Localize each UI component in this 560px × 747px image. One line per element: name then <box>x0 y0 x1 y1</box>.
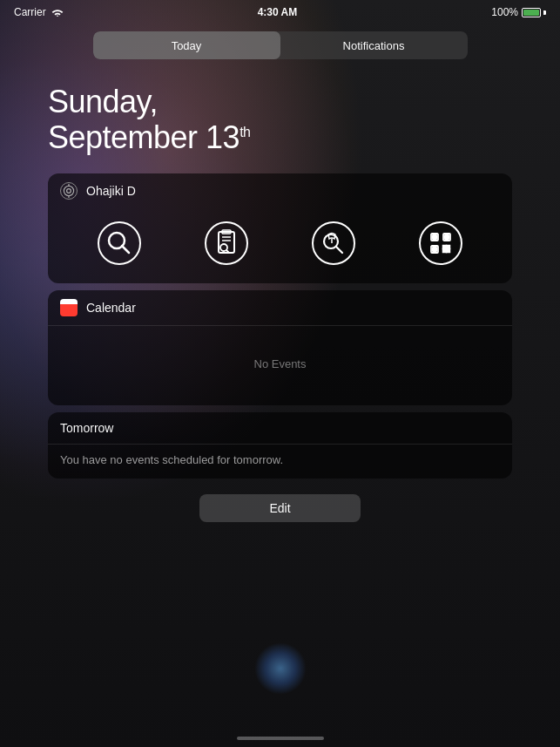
status-time: 4:30 AM <box>258 6 298 18</box>
tomorrow-section: Tomorrow You have no events scheduled fo… <box>48 412 512 479</box>
ohajiki-icon <box>60 182 78 200</box>
wifi-icon <box>51 8 64 17</box>
calendar-section: 13 Calendar No Events <box>48 290 512 405</box>
calendar-name: Calendar <box>86 301 136 315</box>
svg-rect-24 <box>433 248 436 251</box>
ohajiki-search-icon-2[interactable] <box>200 217 253 269</box>
date-line2: September 13th <box>48 119 512 155</box>
tabs: Today Notifications <box>93 31 468 59</box>
edit-button[interactable]: Edit <box>199 494 360 522</box>
svg-rect-20 <box>433 235 436 239</box>
svg-point-0 <box>64 186 73 195</box>
status-left: Carrier <box>14 6 64 18</box>
svg-point-4 <box>98 222 140 264</box>
tab-today[interactable]: Today <box>93 31 280 59</box>
svg-point-1 <box>67 188 71 193</box>
calendar-content: No Events <box>48 325 512 405</box>
svg-rect-22 <box>445 235 449 239</box>
siri-glow <box>254 642 307 695</box>
svg-rect-28 <box>447 249 449 252</box>
carrier-label: Carrier <box>14 6 46 18</box>
calendar-icon: 13 <box>60 299 78 316</box>
ohajiki-section: Ohajiki D <box>48 173 512 283</box>
tomorrow-body: You have no events scheduled for tomorro… <box>48 444 512 479</box>
date-header: Sunday, September 13th <box>48 66 512 173</box>
home-indicator <box>237 737 324 740</box>
svg-line-16 <box>336 247 342 253</box>
status-bar: Carrier 4:30 AM 100% <box>0 0 560 24</box>
tabs-container: Today Notifications <box>0 24 560 66</box>
calendar-header: 13 Calendar <box>48 290 512 325</box>
ohajiki-search-icon-1[interactable] <box>93 217 145 269</box>
tab-notifications[interactable]: Notifications <box>280 31 468 59</box>
ohajiki-search-icon-3[interactable] <box>307 217 360 269</box>
svg-rect-26 <box>447 246 449 248</box>
svg-rect-25 <box>443 246 446 248</box>
tomorrow-header: Tomorrow <box>48 412 512 444</box>
svg-point-14 <box>313 222 354 264</box>
svg-point-18 <box>420 222 462 264</box>
date-line1: Sunday, <box>48 84 512 119</box>
svg-rect-27 <box>443 249 446 252</box>
svg-line-6 <box>122 246 129 253</box>
battery-icon <box>522 8 546 17</box>
no-events-text: No Events <box>60 336 500 391</box>
main-content: Sunday, September 13th Ohajiki D <box>0 66 560 522</box>
edit-button-container: Edit <box>48 494 512 522</box>
ohajiki-header: Ohajiki D <box>48 173 512 208</box>
battery-percent: 100% <box>491 6 518 18</box>
ohajiki-name: Ohajiki D <box>86 184 136 198</box>
ohajiki-search-icon-4[interactable] <box>415 217 467 269</box>
status-right: 100% <box>491 6 546 18</box>
ohajiki-icons-row <box>48 208 512 283</box>
svg-point-7 <box>206 222 247 264</box>
